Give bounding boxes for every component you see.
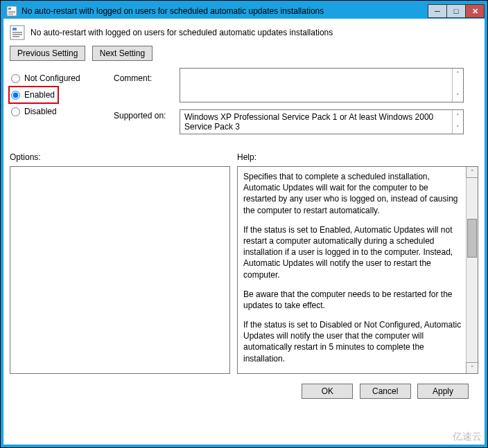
scroll-down-icon[interactable]: ˅ xyxy=(466,362,478,374)
options-pane[interactable] xyxy=(10,166,230,374)
svg-rect-3 xyxy=(8,12,15,13)
scroll-thumb[interactable] xyxy=(467,219,477,258)
state-radiogroup: Not Configured Enabled Disabled xyxy=(10,68,114,134)
scroll-down-icon[interactable]: ˅ xyxy=(453,91,463,102)
watermark: 亿速云 xyxy=(453,431,482,443)
nav-row: Previous Setting Next Setting xyxy=(4,43,484,68)
scroll-down-icon[interactable]: ˅ xyxy=(453,122,463,134)
scroll-up-icon[interactable]: ˄ xyxy=(466,166,478,178)
svg-rect-8 xyxy=(12,34,22,35)
help-paragraph: If the status is set to Disabled or Not … xyxy=(243,319,462,364)
radio-input[interactable] xyxy=(11,74,20,83)
minimize-button[interactable]: ─ xyxy=(428,4,447,18)
radio-not-configured[interactable]: Not Configured xyxy=(10,71,114,86)
radio-label: Not Configured xyxy=(24,73,80,83)
help-paragraph: Specifies that to complete a scheduled i… xyxy=(243,171,462,216)
radio-label: Disabled xyxy=(24,107,57,116)
options-label: Options: xyxy=(10,152,230,162)
ok-button[interactable]: OK xyxy=(302,384,353,399)
scrollbar[interactable]: ˄ ˅ xyxy=(452,110,463,134)
help-pane[interactable]: Specifies that to complete a scheduled i… xyxy=(237,166,478,374)
maximize-button[interactable]: □ xyxy=(446,4,466,18)
scrollbar[interactable]: ˄ ˅ xyxy=(452,69,463,102)
policy-header: No auto-restart with logged on users for… xyxy=(4,19,484,43)
svg-rect-6 xyxy=(12,28,17,30)
scroll-up-icon[interactable]: ˄ xyxy=(453,110,463,122)
svg-rect-7 xyxy=(12,32,22,33)
button-bar: OK Cancel Apply xyxy=(4,377,484,406)
titlebar[interactable]: No auto-restart with logged on users for… xyxy=(3,3,485,19)
close-button[interactable]: ✕ xyxy=(465,4,485,18)
policy-title: No auto-restart with logged on users for… xyxy=(31,28,333,37)
radio-enabled[interactable]: Enabled xyxy=(10,89,55,101)
radio-disabled[interactable]: Disabled xyxy=(10,104,114,119)
supported-label: Supported on: xyxy=(114,108,180,120)
scroll-track[interactable] xyxy=(467,177,478,363)
highlighted-selection: Enabled xyxy=(8,86,59,104)
supported-on-text: Windows XP Professional Service Pack 1 o… xyxy=(184,112,433,132)
comment-label: Comment: xyxy=(114,71,180,100)
radio-input[interactable] xyxy=(11,91,20,100)
policy-icon xyxy=(10,25,25,40)
radio-label: Enabled xyxy=(24,90,55,100)
window-controls: ─ □ ✕ xyxy=(428,4,485,18)
help-paragraph: If the status is set to Enabled, Automat… xyxy=(243,224,462,280)
scroll-up-icon[interactable]: ˄ xyxy=(453,69,463,80)
help-paragraph: Be aware that the computer needs to be r… xyxy=(243,289,462,311)
field-labels: Comment: Supported on: xyxy=(114,68,180,134)
svg-rect-9 xyxy=(12,36,19,37)
comment-textarea[interactable]: ˄ ˅ xyxy=(180,68,464,102)
policy-icon xyxy=(6,6,17,17)
apply-button[interactable]: Apply xyxy=(417,384,469,399)
help-label: Help: xyxy=(237,152,478,162)
window-title: No auto-restart with logged on users for… xyxy=(21,6,428,16)
previous-setting-button[interactable]: Previous Setting xyxy=(10,46,85,61)
cancel-button[interactable]: Cancel xyxy=(360,384,411,399)
svg-rect-4 xyxy=(8,14,13,15)
scrollbar[interactable]: ˄ ˅ xyxy=(466,167,478,373)
next-setting-button[interactable]: Next Setting xyxy=(92,46,152,61)
help-paragraph: Note: This policy applies only when Auto… xyxy=(243,373,462,374)
svg-rect-2 xyxy=(8,11,15,12)
svg-rect-1 xyxy=(8,8,11,10)
radio-input[interactable] xyxy=(11,107,20,116)
supported-on-box: Windows XP Professional Service Pack 1 o… xyxy=(180,109,464,134)
